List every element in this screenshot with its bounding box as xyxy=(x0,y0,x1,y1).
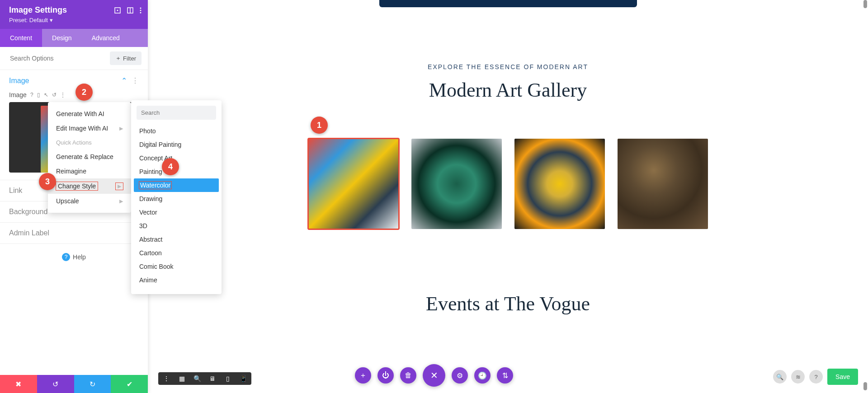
page-title: Modern Art Gallery xyxy=(148,79,868,102)
section-background-header[interactable]: Background xyxy=(9,208,47,216)
scrollbar-top[interactable] xyxy=(863,0,867,8)
builder-action-bar: ＋ ⏻ 🗑 ✕ ⚙ 🕘 ⇅ xyxy=(355,364,513,387)
chevron-right-icon: ▶ xyxy=(116,183,123,190)
wireframe-icon[interactable]: ▦ xyxy=(177,375,186,382)
toolbar-more-icon[interactable]: ⋮ xyxy=(162,375,171,382)
panel-title: Image Settings xyxy=(9,5,67,15)
section-admin-label-header[interactable]: Admin Label xyxy=(9,229,49,237)
panel-save-button[interactable]: ✔ xyxy=(111,375,148,393)
image-field-label: Image xyxy=(9,91,27,98)
sort-button[interactable]: ⇅ xyxy=(497,367,513,384)
hero-button-partial[interactable] xyxy=(379,0,637,7)
add-button[interactable]: ＋ xyxy=(355,367,371,384)
annotation-badge-4: 4 xyxy=(162,158,179,175)
panel-redo-button[interactable]: ↻ xyxy=(74,375,111,393)
style-drawing[interactable]: Drawing xyxy=(131,192,222,206)
section-image-header[interactable]: Image xyxy=(9,77,29,85)
menu-quick-actions-label: Quick Actions xyxy=(48,136,131,150)
gallery-image-1[interactable] xyxy=(308,139,399,229)
desktop-icon[interactable]: 🖥 xyxy=(208,375,217,382)
settings-button[interactable]: ⚙ xyxy=(452,367,468,384)
help-link[interactable]: ?Help xyxy=(0,244,148,270)
tab-advanced[interactable]: Advanced xyxy=(82,29,130,47)
history-button[interactable]: 🕘 xyxy=(474,367,491,384)
svg-point-4 xyxy=(140,7,142,9)
save-page-button[interactable]: Save xyxy=(827,369,858,385)
field-more-icon[interactable]: ⋮ xyxy=(60,92,66,98)
snap-icon[interactable] xyxy=(127,7,133,14)
style-cartoon[interactable]: Cartoon xyxy=(131,246,222,260)
close-builder-button[interactable]: ✕ xyxy=(423,364,445,387)
chevron-right-icon: ▶ xyxy=(119,126,123,131)
menu-generate-ai[interactable]: Generate With AI xyxy=(48,107,131,121)
layers-icon[interactable]: ≋ xyxy=(791,370,805,384)
gallery-row xyxy=(148,139,868,229)
panel-header: Image Settings Preset: Default ▾ xyxy=(0,0,148,29)
help-icon[interactable]: ? xyxy=(30,92,33,98)
annotation-badge-1: 1 xyxy=(311,117,328,134)
gallery-image-2[interactable] xyxy=(411,139,502,229)
style-3d[interactable]: 3D xyxy=(131,219,222,233)
tab-design[interactable]: Design xyxy=(42,29,82,47)
search-options-input[interactable] xyxy=(6,52,106,65)
menu-reimagine[interactable]: Reimagine xyxy=(48,164,131,178)
style-vector[interactable]: Vector xyxy=(131,206,222,219)
right-tools: 🔍 ≋ ? Save xyxy=(773,369,858,385)
style-search-input[interactable] xyxy=(137,106,216,120)
style-photo[interactable]: Photo xyxy=(131,124,222,138)
style-abstract[interactable]: Abstract xyxy=(131,233,222,246)
chevron-right-icon: ▶ xyxy=(119,198,123,204)
search-page-icon[interactable]: 🔍 xyxy=(773,370,787,384)
menu-upscale[interactable]: Upscale▶ xyxy=(48,194,131,208)
delete-button[interactable]: 🗑 xyxy=(400,367,416,384)
section-link-header[interactable]: Link xyxy=(9,187,22,195)
annotation-badge-3: 3 xyxy=(39,173,56,190)
svg-point-1 xyxy=(117,9,118,11)
preset-dropdown[interactable]: Preset: Default ▾ xyxy=(0,17,148,29)
chevron-up-icon[interactable]: ⌃ xyxy=(121,76,127,85)
section-more-icon[interactable]: ⋮ xyxy=(132,76,139,85)
more-icon[interactable] xyxy=(140,7,142,14)
svg-point-6 xyxy=(140,12,142,13)
style-anime[interactable]: Anime xyxy=(131,273,222,287)
panel-close-button[interactable]: ✖ xyxy=(0,375,37,393)
style-comic-book[interactable]: Comic Book xyxy=(131,260,222,273)
mobile-icon[interactable]: 📱 xyxy=(239,375,248,382)
phone-icon[interactable]: ▯ xyxy=(37,92,40,98)
svg-point-5 xyxy=(140,9,142,11)
help-circle-icon: ? xyxy=(62,253,70,261)
view-toolbar: ⋮ ▦ 🔍 🖥 ▯ 📱 xyxy=(158,372,251,385)
panel-undo-button[interactable]: ↺ xyxy=(37,375,74,393)
expand-icon[interactable] xyxy=(114,7,121,14)
menu-generate-replace[interactable]: Generate & Replace xyxy=(48,150,131,164)
zoom-icon[interactable]: 🔍 xyxy=(193,375,202,382)
settings-tabs: Content Design Advanced xyxy=(0,29,148,47)
scrollbar-bottom[interactable] xyxy=(863,382,867,390)
ai-context-menu: Generate With AI Edit Image With AI▶ Qui… xyxy=(48,102,131,213)
undo-icon[interactable]: ↺ xyxy=(52,92,57,98)
annotation-badge-2: 2 xyxy=(75,84,93,101)
events-title: Events at The Vogue xyxy=(148,292,868,315)
gallery-image-3[interactable] xyxy=(514,139,605,229)
tablet-icon[interactable]: ▯ xyxy=(223,375,232,382)
style-watercolor[interactable]: Watercolor xyxy=(134,178,219,192)
style-submenu: Photo Digital Painting Concept Art Paint… xyxy=(131,100,222,294)
help2-icon[interactable]: ? xyxy=(809,370,823,384)
eyebrow-text: EXPLORE THE ESSENCE OF MODERN ART xyxy=(148,63,868,70)
gallery-image-4[interactable] xyxy=(618,139,708,229)
menu-change-style[interactable]: Change Style▶ xyxy=(48,178,131,194)
power-button[interactable]: ⏻ xyxy=(377,367,394,384)
page-canvas: EXPLORE THE ESSENCE OF MODERN ART Modern… xyxy=(148,0,868,393)
cursor-icon[interactable]: ↖ xyxy=(44,92,48,98)
filter-button[interactable]: ＋ Filter xyxy=(110,51,142,65)
style-digital-painting[interactable]: Digital Painting xyxy=(131,138,222,151)
tab-content[interactable]: Content xyxy=(0,29,42,47)
menu-edit-ai[interactable]: Edit Image With AI▶ xyxy=(48,121,131,136)
